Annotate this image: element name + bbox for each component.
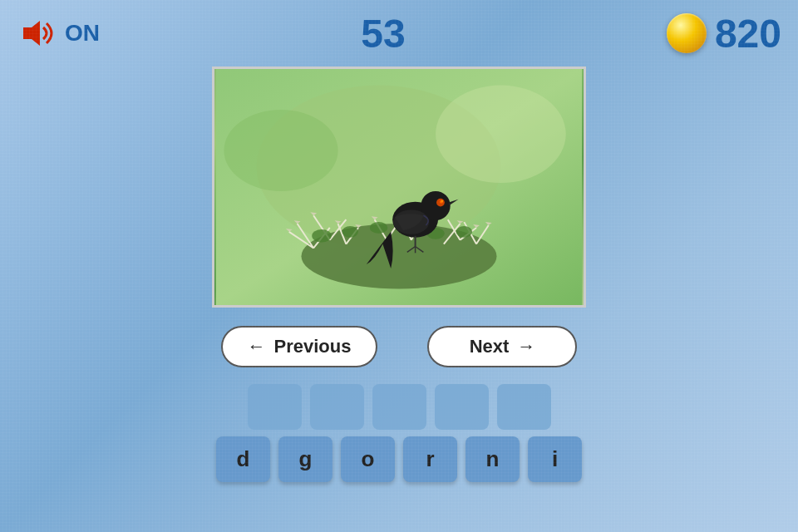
score-area: 820 xyxy=(667,11,781,57)
answer-tile-4[interactable] xyxy=(435,384,489,430)
header: ON 53 820 xyxy=(0,0,798,66)
letter-tile-r[interactable]: r xyxy=(403,436,457,482)
svg-point-43 xyxy=(441,200,443,202)
question-number: 53 xyxy=(361,11,405,57)
next-button[interactable]: Next → xyxy=(427,326,577,367)
answer-tile-2[interactable] xyxy=(310,384,364,430)
previous-button[interactable]: ← Previous xyxy=(221,326,378,367)
tiles-area: d g o r n i xyxy=(0,384,798,482)
letter-tile-i[interactable]: i xyxy=(528,436,582,482)
answer-tile-3[interactable] xyxy=(372,384,426,430)
answer-tile-1[interactable] xyxy=(248,384,302,430)
answer-tile-5[interactable] xyxy=(497,384,551,430)
coin-icon xyxy=(667,13,707,53)
arrow-left-icon: ← xyxy=(248,336,266,357)
letter-tile-g[interactable]: g xyxy=(278,436,332,482)
image-container xyxy=(0,66,798,308)
arrow-right-icon: → xyxy=(517,336,535,357)
svg-marker-0 xyxy=(23,21,40,46)
sound-control[interactable]: ON xyxy=(17,12,100,54)
letter-row: d g o r n i xyxy=(216,436,582,482)
svg-point-33 xyxy=(312,229,332,243)
bird-image xyxy=(212,66,586,308)
letter-tile-n[interactable]: n xyxy=(466,436,520,482)
previous-label: Previous xyxy=(274,336,352,357)
next-label: Next xyxy=(470,336,510,357)
svg-point-3 xyxy=(436,86,566,184)
svg-point-34 xyxy=(342,226,358,238)
sound-icon[interactable] xyxy=(17,12,58,54)
nav-buttons: ← Previous Next → xyxy=(0,326,798,367)
sound-label: ON xyxy=(65,20,100,47)
letter-tile-d[interactable]: d xyxy=(216,436,270,482)
letter-tile-o[interactable]: o xyxy=(341,436,395,482)
svg-point-4 xyxy=(224,110,337,191)
svg-point-35 xyxy=(370,222,388,234)
svg-point-38 xyxy=(456,226,473,238)
answer-row xyxy=(248,384,551,430)
score-value: 820 xyxy=(715,11,781,57)
